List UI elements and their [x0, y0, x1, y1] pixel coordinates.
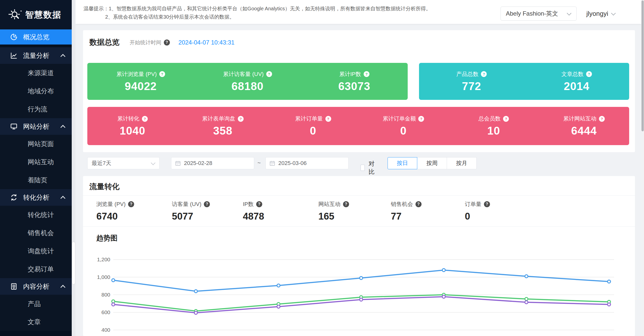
stat-value: 0: [465, 211, 490, 222]
sidebar-item-behavior-flow[interactable]: 行为流: [0, 100, 72, 118]
monitor-icon: [10, 123, 18, 130]
user-menu[interactable]: jlyongyi: [586, 7, 616, 21]
sidebar-item-site-interact[interactable]: 网站互动: [0, 153, 72, 171]
help-icon[interactable]: ?: [586, 71, 592, 77]
help-icon[interactable]: ?: [159, 71, 165, 77]
stat-value: 165: [318, 211, 349, 222]
sidebar-item-inquiry-stats[interactable]: 询盘统计: [0, 242, 72, 260]
help-icon[interactable]: ?: [325, 116, 331, 122]
notice-text: 温馨提示：1、智慧数据系统为我司自研产品，和其它统计分析类平台（如Google …: [84, 5, 431, 21]
help-icon[interactable]: ?: [364, 71, 369, 77]
sidebar-item-content-group[interactable]: 内容分析: [0, 278, 72, 295]
checkbox-icon[interactable]: [360, 164, 365, 171]
svg-text:400: 400: [101, 327, 110, 333]
stat-value: 94022: [125, 80, 157, 93]
sidebar-item-sales-chance[interactable]: 销售机会: [0, 224, 72, 242]
app-logo: 智慧数据: [0, 0, 72, 29]
help-icon[interactable]: ?: [599, 116, 605, 122]
start-time-label: 开始统计时间: [130, 39, 161, 46]
help-icon[interactable]: ?: [418, 116, 424, 122]
stat-value: 10: [487, 124, 500, 137]
date-from-input[interactable]: 2025-02-28: [171, 157, 254, 169]
pie-chart-icon: [10, 33, 18, 41]
chevron-up-icon: [60, 196, 65, 201]
sidebar-item-convert-stats[interactable]: 转化统计: [0, 206, 72, 224]
sidebar-item-label: 流量分析: [23, 51, 49, 60]
sidebar-item-region[interactable]: 地域分布: [0, 82, 72, 100]
page-scrollbar-thumb[interactable]: [641, 1, 644, 131]
sidebar-nav: 概况总览流量分析来源渠道地域分布行为流网站分析网站页面网站互动着陆页转化分析转化…: [0, 29, 72, 331]
stat-value: 68180: [232, 80, 263, 93]
card-stat: 文章总数?2014: [524, 63, 629, 100]
sidebar-item-convert-group[interactable]: 转化分析: [0, 189, 72, 206]
help-icon[interactable]: ?: [238, 116, 244, 122]
stat-value: 63073: [338, 80, 370, 93]
stat-label: 累计表单询盘?: [202, 115, 244, 122]
calendar-icon: [269, 160, 275, 166]
sidebar-item-label: 转化统计: [28, 211, 54, 219]
sidebar-item-articles[interactable]: 文章: [0, 313, 72, 331]
help-icon[interactable]: ?: [343, 201, 349, 207]
sidebar-item-label: 网站互动: [28, 158, 54, 166]
document-icon: [10, 283, 18, 290]
card-stat: 累计浏览量 (PV)?94022: [87, 63, 194, 100]
funnel-stat: 访客量 (UV)?5077: [172, 200, 210, 222]
svg-text:1,000: 1,000: [97, 274, 110, 280]
sidebar-item-website-group[interactable]: 网站分析: [0, 118, 72, 135]
date-to-input[interactable]: 2025-03-06: [266, 157, 349, 169]
site-selector[interactable]: Abely Fashion-英文: [501, 7, 577, 21]
help-icon[interactable]: ?: [142, 116, 148, 122]
sidebar-item-trade-orders[interactable]: 交易订单: [0, 260, 72, 278]
sidebar-scrollbar-thumb[interactable]: [72, 242, 75, 284]
notice-line-1: 温馨提示：1、智慧数据系统为我司自研产品，和其它统计分析类平台（如Google …: [84, 5, 431, 13]
sidebar-item-label: 文章: [28, 318, 41, 326]
stat-value: 2014: [564, 80, 589, 93]
sidebar-item-source-channel[interactable]: 来源渠道: [0, 64, 72, 82]
sidebar-item-products[interactable]: 产品: [0, 295, 72, 313]
card-stat: 累计转化?1040: [87, 107, 178, 145]
sidebar-item-landing-page[interactable]: 着陆页: [0, 171, 72, 189]
help-icon[interactable]: ?: [503, 116, 509, 122]
sidebar-item-overview[interactable]: 概况总览: [0, 29, 72, 45]
funnel-stat: 销售机会?77: [391, 200, 422, 222]
trend-title: 趋势图: [96, 233, 118, 243]
card-stat: 累计订单金额?0: [358, 107, 448, 145]
stat-label: 累计转化?: [117, 115, 148, 122]
help-icon[interactable]: ?: [256, 201, 262, 207]
help-icon[interactable]: ?: [204, 201, 210, 207]
brand-name: 智慧数据: [25, 9, 61, 21]
help-icon[interactable]: ?: [266, 71, 272, 77]
granularity-button-按周[interactable]: 按周: [417, 157, 447, 169]
card-stat: 总会员数?10: [448, 107, 539, 145]
top-bar: 温馨提示：1、智慧数据系统为我司自研产品，和其它统计分析类平台（如Google …: [75, 0, 641, 24]
sidebar-item-label: 网站页面: [28, 140, 54, 148]
date-range-select[interactable]: 最近7天: [87, 157, 160, 169]
stat-label: 累计IP数?: [339, 70, 369, 78]
card-stat: 累计订单量?0: [268, 107, 358, 145]
compare-checkbox[interactable]: 对比: [360, 160, 376, 176]
overview-panel: 数据总览 开始统计时间 ? 2024-04-07 10:43:31 累计浏览量 …: [83, 30, 635, 152]
funnel-stat: IP数?4878: [243, 200, 264, 222]
compare-label: 对比: [368, 160, 376, 176]
sidebar-item-traffic-group[interactable]: 流量分析: [0, 47, 72, 64]
page-scrollbar[interactable]: [641, 0, 644, 336]
granularity-button-按月[interactable]: 按月: [447, 157, 477, 169]
help-icon[interactable]: ?: [128, 201, 134, 207]
sidebar-item-label: 着陆页: [28, 176, 47, 185]
sidebar-item-label: 来源渠道: [28, 69, 54, 77]
help-icon[interactable]: ?: [164, 39, 170, 46]
granularity-segmented-control: 按日按周按月: [388, 157, 477, 169]
help-icon[interactable]: ?: [481, 71, 487, 77]
stat-label: 累计订单量?: [295, 115, 331, 122]
help-icon[interactable]: ?: [484, 201, 490, 207]
sidebar-item-site-pages[interactable]: 网站页面: [0, 135, 72, 153]
granularity-button-按日[interactable]: 按日: [388, 157, 417, 169]
help-icon[interactable]: ?: [415, 201, 422, 207]
stat-label: 网站互动?: [318, 200, 349, 208]
notice-line-2: 2、系统会在访客会话结束30分钟后显示本次会话的数据。: [84, 13, 431, 21]
sidebar-scrollbar[interactable]: [72, 0, 75, 336]
date-to-value: 2025-03-06: [278, 160, 307, 166]
chevron-up-icon: [60, 125, 65, 130]
site-selector-value: Abely Fashion-英文: [506, 10, 568, 18]
sidebar-spacer: [0, 45, 72, 47]
